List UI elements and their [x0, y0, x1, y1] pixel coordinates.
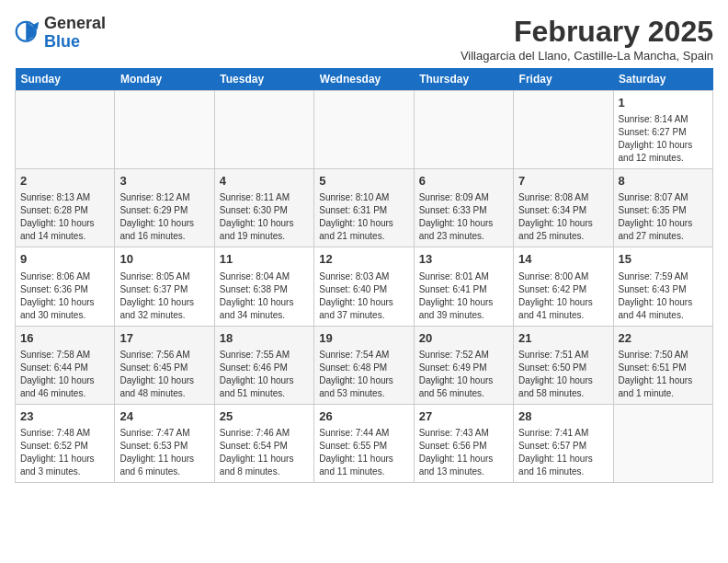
day-info: Sunrise: 8:08 AM Sunset: 6:34 PM Dayligh… [518, 191, 608, 243]
day-number: 11 [220, 251, 309, 268]
calendar-cell [115, 91, 214, 169]
day-number: 1 [619, 95, 708, 111]
day-info: Sunrise: 7:44 AM Sunset: 6:55 PM Dayligh… [319, 427, 408, 478]
logo: General Blue [15, 15, 106, 52]
day-number: 4 [220, 173, 309, 190]
calendar-cell: 4Sunrise: 8:11 AM Sunset: 6:30 PM Daylig… [214, 169, 313, 247]
weekday-header: Sunday [16, 68, 115, 91]
day-number: 25 [220, 408, 309, 425]
day-info: Sunrise: 7:51 AM Sunset: 6:50 PM Dayligh… [518, 349, 608, 400]
calendar-week-row: 1Sunrise: 8:14 AM Sunset: 6:27 PM Daylig… [16, 91, 713, 169]
logo-general-text: General [44, 14, 106, 32]
day-number: 20 [419, 330, 508, 347]
calendar-cell: 7Sunrise: 8:08 AM Sunset: 6:34 PM Daylig… [514, 169, 613, 247]
calendar-cell: 2Sunrise: 8:13 AM Sunset: 6:28 PM Daylig… [16, 169, 115, 247]
location-subtitle: Villagarcia del Llano, Castille-La Manch… [461, 49, 713, 63]
day-info: Sunrise: 8:06 AM Sunset: 6:36 PM Dayligh… [20, 270, 109, 322]
calendar-cell: 17Sunrise: 7:56 AM Sunset: 6:45 PM Dayli… [115, 326, 214, 404]
calendar-week-row: 9Sunrise: 8:06 AM Sunset: 6:36 PM Daylig… [16, 247, 713, 326]
weekday-header: Monday [115, 68, 214, 91]
day-number: 26 [319, 408, 408, 425]
calendar-cell: 11Sunrise: 8:04 AM Sunset: 6:38 PM Dayli… [214, 247, 313, 326]
day-number: 27 [419, 408, 508, 425]
day-number: 28 [518, 408, 608, 425]
day-info: Sunrise: 7:59 AM Sunset: 6:43 PM Dayligh… [619, 270, 708, 322]
calendar-cell: 15Sunrise: 7:59 AM Sunset: 6:43 PM Dayli… [613, 247, 712, 326]
calendar-cell: 26Sunrise: 7:44 AM Sunset: 6:55 PM Dayli… [314, 404, 414, 482]
calendar-table: SundayMondayTuesdayWednesdayThursdayFrid… [15, 68, 713, 483]
day-number: 5 [319, 173, 408, 190]
day-info: Sunrise: 7:54 AM Sunset: 6:48 PM Dayligh… [319, 349, 408, 400]
day-number: 21 [518, 330, 608, 347]
calendar-cell [613, 404, 712, 482]
day-number: 13 [419, 251, 508, 268]
day-info: Sunrise: 7:46 AM Sunset: 6:54 PM Dayligh… [220, 427, 309, 478]
calendar-cell: 5Sunrise: 8:10 AM Sunset: 6:31 PM Daylig… [314, 169, 414, 247]
day-number: 7 [518, 173, 608, 190]
calendar-cell [214, 91, 313, 169]
day-number: 8 [619, 173, 708, 190]
day-number: 15 [619, 251, 708, 268]
day-info: Sunrise: 8:12 AM Sunset: 6:29 PM Dayligh… [119, 191, 209, 243]
day-info: Sunrise: 7:56 AM Sunset: 6:45 PM Dayligh… [119, 349, 209, 400]
calendar-cell: 20Sunrise: 7:52 AM Sunset: 6:49 PM Dayli… [414, 326, 513, 404]
calendar-cell: 19Sunrise: 7:54 AM Sunset: 6:48 PM Dayli… [314, 326, 414, 404]
day-info: Sunrise: 8:14 AM Sunset: 6:27 PM Dayligh… [619, 113, 708, 165]
day-number: 23 [20, 408, 109, 425]
day-number: 10 [119, 251, 209, 268]
day-info: Sunrise: 7:41 AM Sunset: 6:57 PM Dayligh… [518, 427, 608, 478]
calendar-cell: 18Sunrise: 7:55 AM Sunset: 6:46 PM Dayli… [214, 326, 313, 404]
day-info: Sunrise: 7:43 AM Sunset: 6:56 PM Dayligh… [419, 427, 508, 478]
calendar-cell: 8Sunrise: 8:07 AM Sunset: 6:35 PM Daylig… [613, 169, 712, 247]
day-info: Sunrise: 8:04 AM Sunset: 6:38 PM Dayligh… [220, 270, 309, 322]
page-header: General Blue February 2025 Villagarcia d… [15, 15, 713, 63]
day-info: Sunrise: 8:05 AM Sunset: 6:37 PM Dayligh… [119, 270, 209, 322]
calendar-cell: 25Sunrise: 7:46 AM Sunset: 6:54 PM Dayli… [214, 404, 313, 482]
calendar-cell [314, 91, 414, 169]
day-info: Sunrise: 8:01 AM Sunset: 6:41 PM Dayligh… [419, 270, 508, 322]
calendar-cell: 23Sunrise: 7:48 AM Sunset: 6:52 PM Dayli… [16, 404, 115, 482]
day-info: Sunrise: 8:13 AM Sunset: 6:28 PM Dayligh… [20, 191, 109, 243]
day-info: Sunrise: 8:11 AM Sunset: 6:30 PM Dayligh… [220, 191, 309, 243]
calendar-cell: 28Sunrise: 7:41 AM Sunset: 6:57 PM Dayli… [514, 404, 613, 482]
day-number: 19 [319, 330, 408, 347]
calendar-week-row: 23Sunrise: 7:48 AM Sunset: 6:52 PM Dayli… [16, 404, 713, 482]
logo-icon [15, 20, 40, 46]
calendar-cell [16, 91, 115, 169]
month-title: February 2025 [461, 15, 713, 49]
calendar-cell: 24Sunrise: 7:47 AM Sunset: 6:53 PM Dayli… [115, 404, 214, 482]
calendar-cell [514, 91, 613, 169]
calendar-cell: 16Sunrise: 7:58 AM Sunset: 6:44 PM Dayli… [16, 326, 115, 404]
title-block: February 2025 Villagarcia del Llano, Cas… [461, 15, 713, 63]
day-info: Sunrise: 8:03 AM Sunset: 6:40 PM Dayligh… [319, 270, 408, 322]
day-number: 3 [119, 173, 209, 190]
day-number: 18 [220, 330, 309, 347]
day-number: 9 [20, 251, 109, 268]
calendar-header-row: SundayMondayTuesdayWednesdayThursdayFrid… [16, 68, 713, 91]
calendar-cell: 13Sunrise: 8:01 AM Sunset: 6:41 PM Dayli… [414, 247, 513, 326]
day-info: Sunrise: 8:07 AM Sunset: 6:35 PM Dayligh… [619, 191, 708, 243]
day-number: 2 [20, 173, 109, 190]
calendar-cell: 6Sunrise: 8:09 AM Sunset: 6:33 PM Daylig… [414, 169, 513, 247]
calendar-week-row: 2Sunrise: 8:13 AM Sunset: 6:28 PM Daylig… [16, 169, 713, 247]
weekday-header: Saturday [613, 68, 712, 91]
day-info: Sunrise: 7:52 AM Sunset: 6:49 PM Dayligh… [419, 349, 508, 400]
calendar-cell: 10Sunrise: 8:05 AM Sunset: 6:37 PM Dayli… [115, 247, 214, 326]
day-info: Sunrise: 8:10 AM Sunset: 6:31 PM Dayligh… [319, 191, 408, 243]
day-info: Sunrise: 8:00 AM Sunset: 6:42 PM Dayligh… [518, 270, 608, 322]
weekday-header: Friday [514, 68, 613, 91]
weekday-header: Wednesday [314, 68, 414, 91]
day-info: Sunrise: 7:58 AM Sunset: 6:44 PM Dayligh… [20, 349, 109, 400]
calendar-cell: 12Sunrise: 8:03 AM Sunset: 6:40 PM Dayli… [314, 247, 414, 326]
calendar-cell: 3Sunrise: 8:12 AM Sunset: 6:29 PM Daylig… [115, 169, 214, 247]
calendar-cell: 22Sunrise: 7:50 AM Sunset: 6:51 PM Dayli… [613, 326, 712, 404]
day-number: 17 [119, 330, 209, 347]
day-number: 24 [119, 408, 209, 425]
day-number: 22 [619, 330, 708, 347]
day-number: 12 [319, 251, 408, 268]
calendar-cell: 9Sunrise: 8:06 AM Sunset: 6:36 PM Daylig… [16, 247, 115, 326]
day-number: 6 [419, 173, 508, 190]
day-number: 14 [518, 251, 608, 268]
weekday-header: Tuesday [214, 68, 313, 91]
calendar-cell: 1Sunrise: 8:14 AM Sunset: 6:27 PM Daylig… [613, 91, 712, 169]
